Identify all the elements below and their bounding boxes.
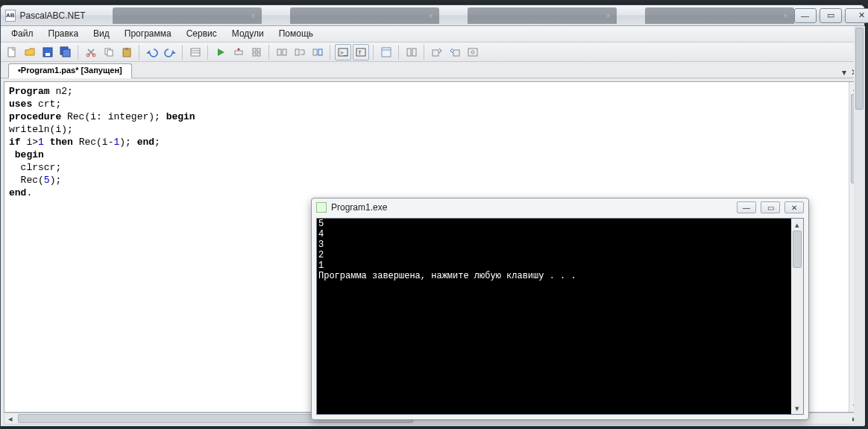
pause-icon[interactable] bbox=[292, 44, 308, 60]
save-all-icon[interactable] bbox=[57, 44, 74, 60]
app-title: PascalABC.NET bbox=[20, 10, 86, 21]
ghost-tab[interactable]: × bbox=[290, 7, 439, 24]
svg-rect-16 bbox=[253, 48, 256, 51]
svg-rect-32 bbox=[412, 48, 416, 56]
form-design-icon[interactable] bbox=[378, 44, 394, 60]
maximize-button[interactable]: ▭ bbox=[820, 8, 842, 23]
debug-icon[interactable] bbox=[309, 44, 326, 60]
close-button[interactable]: ✕ bbox=[845, 8, 868, 23]
console-body: 5 4 3 2 1 Программа завершена, нажмите л… bbox=[316, 218, 804, 415]
console-title-bar[interactable]: Program1.exe — ▭ ✕ bbox=[312, 198, 808, 216]
toolbar-separator bbox=[139, 45, 140, 60]
svg-rect-14 bbox=[235, 51, 242, 54]
svg-text:>_: >_ bbox=[340, 49, 347, 56]
menu-help[interactable]: Помощь bbox=[271, 26, 321, 42]
module-icon[interactable] bbox=[403, 44, 420, 60]
menu-bar: Файл Правка Вид Программа Сервис Модули … bbox=[1, 26, 864, 43]
open-file-icon[interactable] bbox=[22, 44, 38, 60]
toolbar-separator bbox=[373, 45, 374, 60]
svg-rect-33 bbox=[433, 50, 438, 56]
toolbar: >_ T bbox=[1, 43, 864, 62]
console-vertical-scrollbar[interactable]: ▴ ▾ bbox=[791, 219, 803, 414]
terminal-in-icon[interactable]: >_ bbox=[335, 44, 351, 60]
redo-icon[interactable] bbox=[162, 44, 178, 60]
ghost-tab[interactable]: × bbox=[113, 7, 262, 24]
toolbar-separator bbox=[78, 45, 79, 60]
svg-rect-20 bbox=[277, 49, 281, 55]
svg-rect-0 bbox=[8, 48, 15, 57]
document-tab-strip: •Program1.pas* [Запущен] ▾ ✕ bbox=[1, 62, 864, 78]
console-title: Program1.exe bbox=[331, 202, 387, 213]
svg-rect-21 bbox=[283, 49, 286, 55]
module-config-icon[interactable] bbox=[465, 44, 481, 60]
svg-rect-31 bbox=[407, 48, 411, 56]
minimize-button[interactable]: — bbox=[794, 8, 817, 23]
console-app-icon bbox=[316, 202, 327, 213]
window-controls: — ▭ ✕ bbox=[794, 8, 868, 23]
svg-rect-10 bbox=[125, 48, 128, 50]
svg-rect-19 bbox=[257, 53, 260, 56]
toolbar-separator bbox=[424, 45, 425, 60]
toolbar-separator bbox=[207, 45, 209, 60]
menu-edit[interactable]: Правка bbox=[41, 26, 87, 42]
toolbar-separator bbox=[398, 45, 400, 60]
svg-rect-23 bbox=[313, 49, 317, 55]
properties-icon[interactable] bbox=[187, 44, 204, 60]
ghost-tab[interactable]: × bbox=[645, 7, 794, 24]
svg-rect-4 bbox=[63, 49, 70, 57]
new-file-icon[interactable] bbox=[4, 44, 20, 60]
svg-rect-34 bbox=[453, 50, 459, 56]
toolbar-separator bbox=[268, 45, 270, 60]
svg-rect-8 bbox=[107, 50, 113, 56]
scrollbar-thumb[interactable] bbox=[855, 28, 864, 110]
browser-ghost-tabs: × × × × bbox=[86, 7, 794, 24]
console-output[interactable]: 5 4 3 2 1 Программа завершена, нажмите л… bbox=[317, 219, 791, 414]
module-import-icon[interactable] bbox=[429, 44, 445, 60]
menu-program[interactable]: Программа bbox=[117, 26, 179, 42]
module-export-icon[interactable] bbox=[447, 44, 463, 60]
console-minimize-button[interactable]: — bbox=[737, 201, 756, 213]
svg-rect-18 bbox=[253, 53, 256, 56]
svg-rect-24 bbox=[318, 49, 322, 55]
cut-icon[interactable] bbox=[83, 44, 99, 60]
code-text[interactable]: Program n2; uses crt; procedure Rec(i: i… bbox=[4, 82, 861, 202]
svg-point-36 bbox=[471, 51, 474, 54]
ghost-tab[interactable]: × bbox=[468, 7, 617, 24]
svg-rect-2 bbox=[45, 53, 50, 56]
app-icon: AB bbox=[5, 10, 16, 22]
main-window: AB PascalABC.NET × × × × — ▭ ✕ Файл Прав… bbox=[0, 4, 865, 427]
menu-service[interactable]: Сервис bbox=[179, 26, 224, 42]
save-icon[interactable] bbox=[40, 44, 56, 60]
menu-view[interactable]: Вид bbox=[86, 26, 117, 42]
console-window[interactable]: Program1.exe — ▭ ✕ 5 4 3 2 1 Программа з… bbox=[311, 198, 809, 420]
toolbar-separator bbox=[182, 45, 183, 60]
console-maximize-button[interactable]: ▭ bbox=[761, 201, 780, 213]
svg-rect-35 bbox=[468, 48, 477, 56]
svg-point-15 bbox=[238, 48, 240, 50]
step-over-icon[interactable] bbox=[230, 44, 247, 60]
svg-text:T: T bbox=[358, 49, 362, 56]
stop-icon[interactable] bbox=[274, 44, 290, 60]
window-vertical-scrollbar[interactable] bbox=[854, 26, 865, 425]
svg-rect-29 bbox=[382, 48, 391, 57]
svg-rect-17 bbox=[257, 48, 260, 51]
title-bar[interactable]: AB PascalABC.NET × × × × — ▭ ✕ bbox=[1, 5, 864, 26]
menu-modules[interactable]: Модули bbox=[224, 26, 271, 42]
terminal-out-icon[interactable]: T bbox=[353, 44, 369, 60]
console-close-button[interactable]: ✕ bbox=[784, 201, 804, 213]
menu-file[interactable]: Файл bbox=[4, 26, 41, 42]
copy-icon[interactable] bbox=[101, 44, 117, 60]
step-into-icon[interactable] bbox=[248, 44, 265, 60]
run-icon[interactable] bbox=[213, 44, 229, 60]
paste-icon[interactable] bbox=[119, 44, 135, 60]
tab-dropdown-icon[interactable]: ▾ bbox=[842, 67, 846, 78]
document-tab[interactable]: •Program1.pas* [Запущен] bbox=[8, 63, 132, 78]
scrollbar-thumb[interactable] bbox=[793, 231, 802, 268]
svg-rect-22 bbox=[295, 49, 299, 55]
toolbar-separator bbox=[330, 45, 331, 60]
svg-rect-11 bbox=[191, 48, 200, 56]
undo-icon[interactable] bbox=[144, 44, 160, 60]
